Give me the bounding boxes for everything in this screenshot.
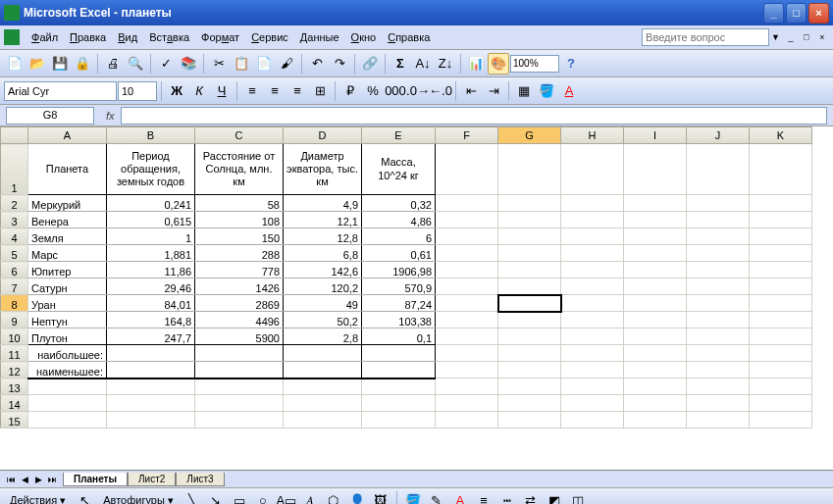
row-header[interactable]: 7	[1, 278, 28, 295]
cell[interactable]: Марс	[28, 245, 107, 262]
picture-icon[interactable]: 🖼	[370, 490, 391, 505]
menu-insert[interactable]: Вставка	[143, 28, 195, 46]
menu-data[interactable]: Данные	[294, 28, 345, 46]
cell[interactable]: 0,1	[362, 328, 436, 345]
mdi-minimize-button[interactable]: _	[784, 30, 798, 44]
cell[interactable]: 1,881	[107, 245, 195, 262]
cell[interactable]: Плутон	[28, 328, 107, 345]
fx-icon[interactable]: fx	[106, 110, 115, 122]
tab-first-icon[interactable]: ⏮	[4, 473, 18, 486]
cell[interactable]: Меркурий	[28, 195, 107, 212]
close-button[interactable]: ×	[808, 3, 829, 24]
hyperlink-button[interactable]: 🔗	[359, 53, 381, 75]
sheet-tab-3[interactable]: Лист3	[176, 473, 224, 486]
row-header[interactable]: 13	[1, 378, 28, 395]
fill-color-button[interactable]: 🪣	[536, 80, 557, 102]
cell[interactable]: 108	[195, 212, 284, 228]
row-header[interactable]: 4	[1, 228, 28, 245]
col-header-e[interactable]: E	[362, 127, 436, 144]
cell[interactable]: 288	[195, 245, 284, 262]
row-header[interactable]: 14	[1, 395, 28, 412]
cell[interactable]: Юпитер	[28, 262, 107, 278]
menu-view[interactable]: Вид	[112, 28, 143, 46]
tab-prev-icon[interactable]: ◀	[18, 473, 31, 486]
underline-button[interactable]: Ч	[211, 80, 233, 102]
col-header-i[interactable]: I	[624, 127, 687, 144]
arrow-icon[interactable]: ↘	[205, 490, 227, 505]
print-preview-button[interactable]: 🔍	[125, 53, 146, 75]
new-button[interactable]: 📄	[4, 53, 26, 75]
cell[interactable]: Период обращения, земных годов	[107, 144, 195, 195]
cell[interactable]: 570,9	[362, 278, 436, 295]
cell[interactable]: 0,32	[362, 195, 436, 212]
row-header[interactable]: 11	[1, 345, 28, 362]
row-header[interactable]: 9	[1, 312, 28, 328]
redo-button[interactable]: ↷	[329, 53, 350, 75]
font-color-icon[interactable]: A	[449, 490, 471, 505]
cell[interactable]: 142,6	[284, 262, 362, 278]
mdi-close-button[interactable]: ×	[815, 30, 829, 44]
cell[interactable]: 29,46	[107, 278, 195, 295]
sort-desc-button[interactable]: Z↓	[435, 53, 456, 75]
col-header-b[interactable]: B	[107, 127, 195, 144]
cell[interactable]: 247,7	[107, 328, 195, 345]
diagram-icon[interactable]: ⬡	[323, 490, 344, 505]
cell[interactable]: 1426	[195, 278, 284, 295]
col-header-c[interactable]: C	[195, 127, 284, 144]
cell[interactable]: Диаметр экватора, тыс. км	[284, 144, 362, 195]
cell[interactable]: 49	[284, 295, 362, 312]
cell[interactable]: наибольшее:	[28, 345, 107, 362]
research-button[interactable]: 📚	[178, 53, 199, 75]
cell[interactable]: 2869	[195, 295, 284, 312]
cell[interactable]: 4,86	[362, 212, 436, 228]
mdi-restore-button[interactable]: □	[800, 30, 813, 44]
cell[interactable]: 4496	[195, 312, 284, 328]
open-button[interactable]: 📂	[26, 53, 48, 75]
align-left-button[interactable]: ≡	[241, 80, 263, 102]
align-right-button[interactable]: ≡	[286, 80, 308, 102]
row-header[interactable]: 2	[1, 195, 28, 212]
row-header[interactable]: 1	[1, 144, 28, 195]
sort-asc-button[interactable]: A↓	[412, 53, 434, 75]
cell[interactable]: Расстояние от Солнца, млн. км	[195, 144, 284, 195]
fill-color-icon[interactable]: 🪣	[402, 490, 424, 505]
row-header[interactable]: 15	[1, 412, 28, 428]
help-search-input[interactable]	[642, 28, 769, 46]
cell[interactable]: Сатурн	[28, 278, 107, 295]
tab-next-icon[interactable]: ▶	[31, 473, 45, 486]
col-header-d[interactable]: D	[284, 127, 362, 144]
comma-button[interactable]: 000	[385, 80, 406, 102]
line-style-icon[interactable]: ≡	[473, 490, 495, 505]
cell[interactable]: 84,01	[107, 295, 195, 312]
font-size-select[interactable]	[118, 81, 157, 101]
row-header[interactable]: 5	[1, 245, 28, 262]
select-objects-icon[interactable]: ↖	[74, 490, 95, 505]
rectangle-icon[interactable]: ▭	[229, 490, 250, 505]
menu-edit[interactable]: Правка	[64, 28, 112, 46]
drawing-button[interactable]: 🎨	[488, 53, 509, 75]
cell[interactable]: Нептун	[28, 312, 107, 328]
cell[interactable]: 6	[362, 228, 436, 245]
copy-button[interactable]: 📋	[231, 53, 252, 75]
col-header-a[interactable]: A	[28, 127, 107, 144]
worksheet-grid[interactable]: A B C D E F G H I J K 1 Планета Период о…	[0, 126, 833, 470]
font-name-select[interactable]	[4, 81, 117, 101]
cell[interactable]: 12,8	[284, 228, 362, 245]
minimize-button[interactable]: _	[763, 3, 784, 24]
name-box[interactable]: G8	[6, 107, 94, 125]
select-all-corner[interactable]	[1, 127, 28, 144]
cell[interactable]: Земля	[28, 228, 107, 245]
cell[interactable]: 4,9	[284, 195, 362, 212]
paste-button[interactable]: 📄	[253, 53, 275, 75]
cell[interactable]: Уран	[28, 295, 107, 312]
menu-format[interactable]: Формат	[195, 28, 245, 46]
row-header[interactable]: 12	[1, 362, 28, 378]
format-painter-button[interactable]: 🖌	[276, 53, 297, 75]
permission-button[interactable]: 🔒	[72, 53, 93, 75]
col-header-j[interactable]: J	[687, 127, 750, 144]
font-color-button[interactable]: A	[558, 80, 580, 102]
cell[interactable]: 120,2	[284, 278, 362, 295]
col-header-h[interactable]: H	[561, 127, 624, 144]
arrow-style-icon[interactable]: ⇄	[520, 490, 542, 505]
autoshapes-menu[interactable]: Автофигуры ▾	[97, 491, 180, 504]
